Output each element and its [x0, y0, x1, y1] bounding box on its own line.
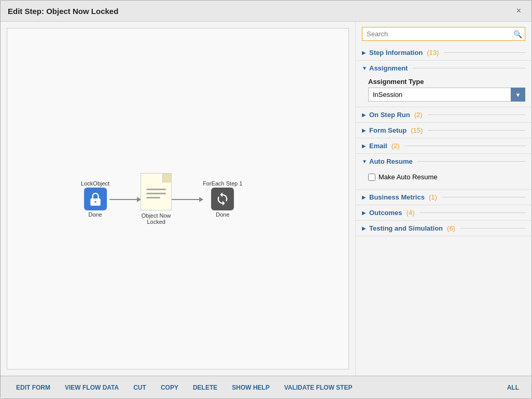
email-header[interactable]: ▶ Email (2) — [362, 138, 525, 153]
section-testing-simulation: ▶ Testing and Simulation (6) — [356, 221, 531, 236]
dialog-header: Edit Step: Object Now Locked × — [1, 1, 531, 22]
testing-simulation-title: Testing and Simulation — [369, 224, 443, 232]
search-wrap: 🔍 — [356, 27, 531, 45]
all-button[interactable]: ALL — [503, 381, 523, 394]
outcomes-title: Outcomes — [369, 209, 402, 217]
email-arrow: ▶ — [362, 143, 367, 149]
foreach-icon[interactable] — [211, 188, 234, 210]
assignment-title: Assignment — [369, 64, 408, 72]
email-title: Email — [369, 142, 387, 150]
doc-line-1 — [146, 189, 166, 190]
svg-point-1 — [94, 201, 96, 202]
on-step-run-title: On Step Run — [369, 111, 410, 119]
right-panel: 🔍 ▶ Step Information (13) ▼ Assignment — [355, 22, 531, 376]
section-email: ▶ Email (2) — [356, 138, 531, 154]
lock-icon — [89, 192, 102, 206]
business-metrics-header[interactable]: ▶ Business Metrics (1) — [362, 190, 525, 205]
outcomes-divider — [419, 212, 525, 213]
cut-button[interactable]: CUT — [126, 381, 153, 394]
connector-1 — [109, 198, 141, 200]
assignment-arrow: ▼ — [362, 65, 367, 71]
section-on-step-run: ▶ On Step Run (2) — [356, 107, 531, 123]
foreach-label-top: ForEach Step 1 — [203, 180, 242, 187]
foreach-label-bottom: Done — [216, 211, 229, 218]
object-now-locked-node[interactable]: Object NowLocked — [141, 173, 172, 225]
auto-resume-header[interactable]: ▼ Auto Resume — [362, 154, 525, 169]
assignment-type-label: Assignment Type — [368, 78, 525, 86]
on-step-run-arrow: ▶ — [362, 112, 367, 118]
auto-resume-checkbox[interactable] — [368, 174, 375, 181]
section-outcomes: ▶ Outcomes (4) — [356, 205, 531, 221]
edit-step-dialog: Edit Step: Object Now Locked × LockObjec… — [0, 0, 532, 399]
step-information-arrow: ▶ — [362, 50, 367, 55]
show-help-button[interactable]: SHOW HELP — [225, 381, 277, 394]
on-step-run-divider — [428, 115, 525, 115]
form-setup-title: Form Setup — [369, 126, 407, 134]
doc-line-2 — [146, 193, 166, 194]
on-step-run-header[interactable]: ▶ On Step Run (2) — [362, 107, 525, 122]
view-flow-data-button[interactable]: VIEW FLOW DATA — [58, 381, 126, 394]
step-information-divider — [444, 52, 525, 53]
flow-container: LockObject Done — [81, 173, 242, 225]
business-metrics-arrow: ▶ — [362, 194, 367, 200]
auto-resume-checkbox-row: Make Auto Resume — [368, 171, 525, 184]
testing-simulation-count: (6) — [447, 224, 455, 232]
doc-lines — [146, 189, 166, 198]
dialog-title: Edit Step: Object Now Locked — [8, 7, 118, 16]
search-inner: 🔍 — [362, 27, 525, 41]
assignment-type-select[interactable]: InSession WorkList ToDo Notify — [368, 88, 525, 102]
select-arrow-button[interactable] — [511, 88, 525, 102]
lock-object-node: LockObject Done — [81, 180, 109, 218]
business-metrics-divider — [442, 197, 525, 197]
auto-resume-body: Make Auto Resume — [362, 169, 525, 189]
footer-toolbar: EDIT FORM VIEW FLOW DATA CUT COPY DELETE… — [1, 376, 531, 398]
section-step-information: ▶ Step Information (13) — [356, 45, 531, 61]
testing-simulation-divider — [460, 228, 525, 229]
outcomes-count: (4) — [407, 209, 415, 217]
testing-simulation-header[interactable]: ▶ Testing and Simulation (6) — [362, 221, 525, 236]
section-business-metrics: ▶ Business Metrics (1) — [356, 190, 531, 205]
business-metrics-count: (1) — [429, 193, 437, 201]
connector-1-line — [109, 199, 141, 200]
edit-form-button[interactable]: EDIT FORM — [9, 381, 58, 394]
validate-flow-step-button[interactable]: VALIDATE FLOW STEP — [277, 381, 360, 394]
search-input[interactable] — [362, 27, 525, 41]
business-metrics-title: Business Metrics — [369, 193, 425, 201]
search-icon-button[interactable]: 🔍 — [513, 30, 522, 38]
connector-2-line — [172, 199, 203, 200]
lock-object-label-bottom: Done — [88, 211, 102, 218]
auto-resume-title: Auto Resume — [369, 158, 413, 165]
lock-object-icon[interactable] — [84, 188, 107, 210]
foreach-step-1-node: ForEach Step 1 Done — [203, 180, 242, 218]
document-icon — [141, 173, 172, 210]
assignment-body: Assignment Type InSession WorkList ToDo … — [362, 76, 525, 107]
form-setup-count: (15) — [411, 126, 423, 134]
form-setup-divider — [428, 130, 525, 131]
auto-resume-arrow: ▼ — [362, 159, 367, 164]
connector-2 — [172, 198, 203, 200]
form-setup-header[interactable]: ▶ Form Setup (15) — [362, 123, 525, 138]
delete-button[interactable]: DELETE — [186, 381, 225, 394]
testing-simulation-arrow: ▶ — [362, 225, 367, 231]
outcomes-arrow: ▶ — [362, 210, 367, 216]
on-step-run-count: (2) — [414, 111, 423, 119]
lock-object-label-top: LockObject — [81, 180, 109, 187]
assignment-type-select-wrap: InSession WorkList ToDo Notify — [368, 88, 525, 102]
section-auto-resume: ▼ Auto Resume Make Auto Resume — [356, 154, 531, 190]
section-form-setup: ▶ Form Setup (15) — [356, 123, 531, 138]
auto-resume-divider — [418, 161, 525, 162]
canvas-area: LockObject Done — [7, 28, 349, 369]
email-count: (2) — [391, 142, 400, 150]
outcomes-header[interactable]: ▶ Outcomes (4) — [362, 205, 525, 220]
rotate-icon — [215, 192, 230, 206]
step-information-title: Step Information — [369, 49, 423, 56]
step-information-header[interactable]: ▶ Step Information (13) — [362, 45, 525, 60]
section-assignment: ▼ Assignment Assignment Type InSession W… — [356, 61, 531, 107]
assignment-header[interactable]: ▼ Assignment — [362, 61, 525, 76]
copy-button[interactable]: COPY — [153, 381, 186, 394]
step-information-count: (13) — [427, 49, 439, 56]
doc-line-3 — [146, 197, 160, 198]
dialog-body: LockObject Done — [1, 22, 531, 376]
auto-resume-checkbox-label: Make Auto Resume — [379, 173, 437, 181]
close-button[interactable]: × — [513, 6, 524, 16]
